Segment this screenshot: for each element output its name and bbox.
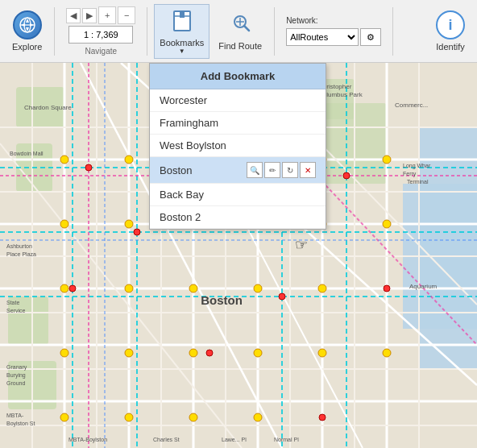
svg-point-88	[125, 413, 133, 421]
divider-2	[147, 7, 147, 56]
toolbar: Explore ◀ ▶ + − Navigate Bookmarks ▼	[0, 0, 477, 63]
svg-text:Commerc...: Commerc...	[395, 102, 428, 109]
svg-point-70	[60, 220, 68, 228]
svg-text:State: State	[6, 300, 19, 305]
svg-point-71	[125, 220, 133, 228]
svg-point-77	[125, 284, 133, 292]
bookmark-edit-button[interactable]: ✏	[264, 162, 280, 178]
svg-point-92	[134, 229, 140, 235]
svg-text:Service: Service	[6, 308, 25, 313]
bookmark-item-westboylston[interactable]: West Boylston	[150, 135, 326, 157]
explore-icon	[13, 10, 42, 39]
bookmark-name-westboylston: West Boylston	[160, 139, 226, 151]
svg-point-94	[343, 172, 350, 179]
scale-input[interactable]	[68, 26, 133, 44]
svg-text:Ashburton: Ashburton	[6, 243, 32, 249]
svg-point-97	[384, 285, 390, 292]
svg-text:Charles St: Charles St	[153, 437, 180, 442]
find-route-icon	[227, 11, 253, 39]
svg-marker-6	[30, 23, 34, 27]
svg-marker-4	[26, 27, 29, 31]
bookmarks-label: Bookmarks	[160, 38, 204, 48]
divider-4	[392, 7, 393, 56]
identify-label: Identify	[436, 42, 464, 52]
svg-point-78	[189, 284, 197, 292]
svg-point-81	[60, 349, 68, 357]
identify-icon: i	[436, 10, 465, 39]
bookmark-name-worcester: Worcester	[160, 94, 207, 106]
bookmark-name-boston: Boston	[160, 164, 192, 176]
svg-point-95	[206, 350, 213, 356]
bookmark-item-backbay[interactable]: Back Bay	[150, 184, 326, 206]
svg-point-90	[254, 413, 262, 421]
svg-rect-9	[180, 11, 185, 18]
svg-point-91	[85, 164, 92, 171]
navigate-section: ◀ ▶ + − Navigate	[61, 6, 140, 56]
bookmark-actions-boston: 🔍 ✏ ↻ ✕	[247, 162, 316, 178]
add-bookmark-button[interactable]: Add Bookmark	[150, 64, 326, 89]
svg-point-79	[254, 284, 262, 292]
network-section: Network: AllRoutes ⚙	[281, 16, 386, 46]
zoom-in-button[interactable]: +	[98, 6, 116, 24]
svg-line-11	[244, 26, 249, 31]
svg-point-76	[60, 284, 68, 292]
bookmark-delete-button[interactable]: ✕	[300, 162, 316, 178]
nav-arrows: ◀ ▶ + −	[66, 6, 135, 24]
svg-marker-5	[21, 23, 25, 27]
svg-text:Chardon Square: Chardon Square	[24, 104, 72, 111]
svg-point-96	[69, 285, 76, 292]
svg-point-83	[189, 349, 197, 357]
zoom-out-button[interactable]: −	[118, 6, 135, 24]
bookmark-name-backbay: Back Bay	[160, 189, 204, 201]
svg-text:Burying: Burying	[6, 372, 26, 379]
divider-3	[274, 7, 275, 56]
bookmark-refresh-button[interactable]: ↻	[282, 162, 298, 178]
svg-point-85	[318, 349, 326, 357]
svg-point-93	[279, 293, 285, 300]
svg-text:Boylston St: Boylston St	[6, 421, 35, 427]
bookmarks-arrow: ▼	[179, 48, 185, 55]
svg-point-82	[125, 349, 133, 357]
svg-text:Aquarium: Aquarium	[409, 283, 438, 290]
svg-text:Ferry: Ferry	[403, 171, 417, 177]
svg-text:Long Whar: Long Whar	[403, 163, 431, 169]
bookmarks-icon	[169, 8, 195, 35]
svg-point-64	[60, 156, 68, 164]
svg-point-75	[383, 220, 391, 228]
nav-forward-button[interactable]: ▶	[82, 8, 97, 23]
svg-text:Ground: Ground	[6, 380, 25, 386]
nav-back-button[interactable]: ◀	[66, 8, 81, 23]
svg-text:Granary: Granary	[6, 364, 27, 371]
network-label: Network:	[286, 16, 381, 25]
bookmark-zoom-button[interactable]: 🔍	[247, 162, 263, 178]
bookmark-item-worcester[interactable]: Worcester	[150, 89, 326, 112]
bookmarks-button[interactable]: Bookmarks ▼	[154, 4, 209, 59]
svg-point-87	[60, 413, 68, 421]
svg-text:Bowdoin Mall: Bowdoin Mall	[10, 151, 44, 156]
svg-point-89	[189, 413, 197, 421]
network-options-button[interactable]: ⚙	[360, 28, 381, 46]
svg-point-86	[383, 349, 391, 357]
svg-text:Place Plaza: Place Plaza	[6, 251, 36, 257]
svg-point-65	[125, 156, 133, 164]
bookmark-item-boston2[interactable]: Boston 2	[150, 206, 326, 229]
svg-text:Boston: Boston	[201, 293, 243, 307]
find-route-button[interactable]: Find Route	[213, 4, 268, 59]
bookmark-item-boston[interactable]: Boston 🔍 ✏ ↻ ✕	[150, 157, 326, 184]
svg-point-84	[254, 349, 262, 357]
divider-1	[54, 7, 55, 56]
bookmark-name-framingham: Framingham	[160, 117, 218, 129]
bookmark-dropdown: Add Bookmark Worcester Framingham West B…	[149, 63, 326, 230]
svg-text:MBTA-: MBTA-	[6, 413, 24, 418]
svg-marker-3	[26, 19, 29, 23]
network-select[interactable]: AllRoutes	[286, 28, 359, 46]
find-route-label: Find Route	[218, 41, 262, 51]
explore-button[interactable]: Explore	[6, 4, 48, 59]
navigate-label: Navigate	[85, 47, 117, 56]
explore-label: Explore	[12, 42, 42, 52]
svg-point-80	[318, 284, 326, 292]
svg-text:Normal Pl: Normal Pl	[274, 437, 299, 442]
map-area: Chardon Square Bowdoin Mall Ashburton Pl…	[0, 63, 477, 448]
identify-button[interactable]: i Identify	[430, 4, 471, 59]
bookmark-item-framingham[interactable]: Framingham	[150, 112, 326, 135]
